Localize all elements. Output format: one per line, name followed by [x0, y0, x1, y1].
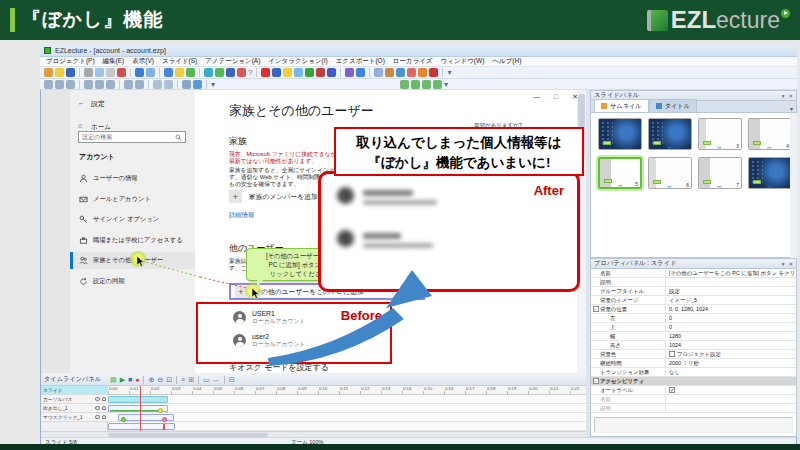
toolbar-icon[interactable]	[135, 68, 144, 77]
menu-item[interactable]: ウィンドウ(W)	[441, 57, 485, 66]
timeline-tool-icon[interactable]: ⊕	[148, 376, 154, 384]
tab-titles[interactable]: タイトル	[649, 99, 697, 112]
chevron-down-icon[interactable]: ▾	[790, 105, 793, 112]
eye-icon[interactable]	[95, 415, 100, 419]
property-value[interactable]: プロジェクト設定	[666, 351, 796, 358]
menu-item[interactable]: スライド(S)	[162, 57, 197, 66]
property-value[interactable]: 0	[666, 324, 796, 330]
toolbar-icon[interactable]	[44, 80, 53, 89]
toolbar-icon[interactable]	[305, 68, 314, 77]
toolbar-icon[interactable]	[175, 68, 184, 77]
property-value[interactable]: 設定	[666, 288, 796, 295]
close-icon[interactable]: ✕	[788, 261, 793, 267]
thumbnail-slide-2[interactable]: 2⇄	[648, 118, 692, 150]
app-titlebar[interactable]: EZLecture - [account - account.ezp]	[40, 45, 797, 57]
toolbar-icon[interactable]	[407, 68, 416, 77]
timeline-ruler[interactable]: 0:000:010:020:030:040:050:060:070:080:09…	[108, 386, 586, 395]
track-bar[interactable]	[108, 396, 168, 403]
timeline-tool-icon[interactable]: ▭	[203, 376, 210, 384]
timeline-tool-icon[interactable]: ⊟	[229, 376, 235, 384]
menu-item[interactable]: ヘルプ(H)	[492, 57, 521, 66]
timeline-tool-icon[interactable]: ↔	[213, 376, 220, 384]
menu-item[interactable]: プロジェクト(P)	[46, 57, 95, 66]
toolbar-icon[interactable]	[164, 68, 173, 77]
tab-thumbnails[interactable]: サムネイル	[594, 99, 649, 112]
toolbar-icon[interactable]	[204, 68, 213, 77]
toolbar-icon[interactable]	[124, 80, 133, 89]
thumbnail-slide-1[interactable]: 1	[598, 118, 642, 150]
thumbnail-slide-4[interactable]: 4⇄	[748, 118, 792, 150]
toolbar-icon[interactable]	[433, 80, 442, 89]
eye-icon[interactable]	[95, 406, 100, 410]
toolbar-icon[interactable]	[215, 68, 224, 77]
track-bar[interactable]	[108, 423, 175, 430]
expand-icon[interactable]: −	[593, 378, 599, 384]
track-label-2[interactable]: カーソルパス	[41, 395, 108, 404]
timeline-tool-icon[interactable]: ▶	[120, 376, 125, 384]
lock-icon[interactable]	[102, 415, 106, 419]
checkbox[interactable]: ✓	[669, 387, 675, 393]
thumbnail-slide-6[interactable]: 6⇄	[648, 157, 692, 189]
menu-item[interactable]: 表示(V)	[132, 57, 154, 66]
property-value[interactable]: ✓	[666, 387, 796, 393]
toolbar-icon[interactable]	[55, 80, 64, 89]
toolbar-icon[interactable]	[316, 68, 325, 77]
pin-icon[interactable]: ▾	[782, 261, 785, 267]
toolbar-icon[interactable]	[193, 80, 202, 89]
toolbar-icon[interactable]	[106, 80, 115, 89]
property-value[interactable]: 2000 ミリ秒	[666, 360, 796, 367]
menu-item[interactable]: エクスポート(O)	[336, 57, 385, 66]
toolbar-icon[interactable]	[272, 68, 281, 77]
toolbar-icon[interactable]	[345, 68, 354, 77]
toolbar-icon[interactable]	[66, 80, 75, 89]
toolbar-icon[interactable]	[66, 68, 75, 77]
toolbar-icon[interactable]	[294, 68, 303, 77]
toolbar-icon[interactable]	[106, 68, 115, 77]
track-label-3[interactable]: 吹き出し_1	[41, 404, 108, 413]
toolbar-icon[interactable]	[135, 80, 144, 89]
thumbnail-slide-3[interactable]: 3⇄	[698, 118, 742, 150]
toolbar-icon[interactable]	[146, 68, 155, 77]
property-value[interactable]: [その他のユーザーをこの PC に追加] ボタン をクリックしてください。	[666, 270, 796, 277]
checkbox[interactable]	[669, 351, 675, 357]
timeline-tool-icon[interactable]: ⊡	[166, 376, 172, 384]
timeline-tool-icon[interactable]: ≡	[181, 376, 185, 384]
thumbnail-slide-5[interactable]: 5⇄	[598, 157, 642, 189]
toolbar-icon[interactable]: ▾	[211, 80, 215, 89]
eye-icon[interactable]	[95, 397, 100, 401]
toolbar-icon[interactable]	[283, 68, 292, 77]
track-label-4[interactable]: マウスクリック_1	[41, 413, 108, 422]
timeline-tool-icon[interactable]: ⊞	[188, 376, 194, 384]
toolbar-icon[interactable]: ▾	[444, 80, 448, 89]
toolbar-icon[interactable]	[418, 68, 427, 77]
track-bar[interactable]	[118, 414, 174, 421]
toolbar-icon[interactable]	[374, 68, 383, 77]
pin-icon[interactable]: ▾	[782, 93, 785, 99]
timeline-tool-icon[interactable]: ■	[128, 376, 132, 384]
property-value[interactable]: 1280	[666, 333, 796, 339]
toolbar-icon[interactable]	[327, 68, 336, 77]
property-value[interactable]: なし	[666, 369, 796, 376]
property-value[interactable]: 1024	[666, 342, 796, 348]
toolbar-icon[interactable]	[422, 80, 431, 89]
toolbar-icon[interactable]	[182, 80, 191, 89]
toolbar-icon[interactable]	[356, 68, 365, 77]
thumbnail-slide-7[interactable]: 7⇄	[698, 157, 742, 189]
toolbar-icon[interactable]	[411, 80, 420, 89]
toolbar-icon[interactable]	[117, 68, 126, 77]
panel-vscrollbar[interactable]	[790, 113, 797, 258]
toolbar-icon[interactable]	[396, 68, 405, 77]
toolbar-icon[interactable]	[95, 68, 104, 77]
toolbar-icon[interactable]	[400, 80, 409, 89]
timeline-playhead[interactable]	[140, 386, 141, 431]
thumbnail-slide-8[interactable]: 8⇄	[748, 157, 792, 189]
property-value[interactable]: 0, 0, 1280, 1024	[666, 306, 796, 312]
lock-icon[interactable]	[102, 406, 106, 410]
timeline-tool-icon[interactable]: ▤	[110, 376, 117, 384]
property-value[interactable]: イメージ_5	[666, 297, 796, 304]
close-icon[interactable]: ✕	[788, 93, 793, 99]
toolbar-icon[interactable]: ▾	[447, 68, 451, 77]
timeline-tool-icon[interactable]: ⊖	[157, 376, 163, 384]
toolbar-icon[interactable]	[429, 68, 438, 77]
menu-item[interactable]: ローカライズ	[393, 57, 433, 66]
